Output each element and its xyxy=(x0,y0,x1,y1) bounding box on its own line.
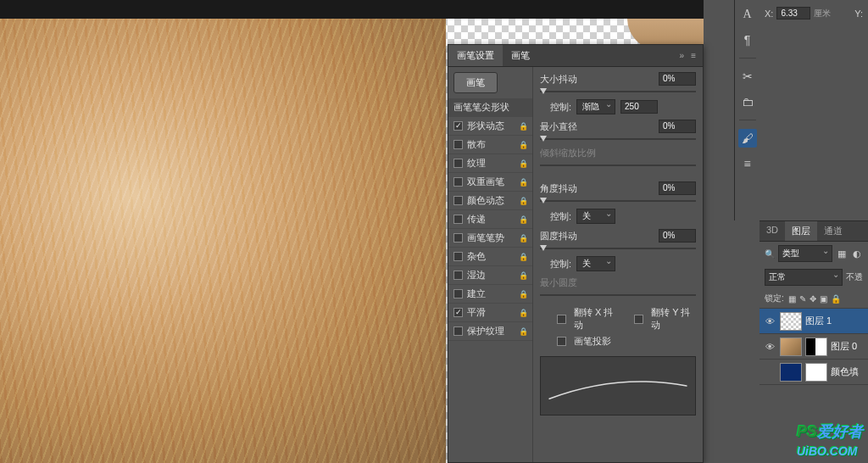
panel-collapse-icon[interactable]: » xyxy=(680,51,685,60)
canvas-image[interactable] xyxy=(0,19,446,463)
layer-thumbnail[interactable] xyxy=(780,312,802,331)
checkbox-icon[interactable] xyxy=(453,140,463,149)
option-color-dynamics[interactable]: 颜色动态🔒 xyxy=(448,192,532,210)
checkbox-icon[interactable] xyxy=(453,326,463,336)
lock-artboard-icon[interactable]: ▣ xyxy=(820,294,827,304)
angle-jitter-value[interactable]: 0% xyxy=(659,181,696,195)
checkbox-icon[interactable] xyxy=(453,271,463,280)
checkbox-icon[interactable] xyxy=(453,308,463,317)
checkbox-icon[interactable] xyxy=(453,177,463,187)
roundness-jitter-value[interactable]: 0% xyxy=(659,229,696,243)
control1-select[interactable]: 渐隐 xyxy=(576,99,615,114)
visibility-toggle[interactable]: 👁 xyxy=(763,342,776,352)
control3-label: 控制: xyxy=(550,258,571,271)
visibility-toggle[interactable]: 👁 xyxy=(763,316,776,326)
checkbox-icon[interactable] xyxy=(453,252,463,261)
tab-brushes[interactable]: 画笔 xyxy=(503,45,538,66)
size-jitter-slider[interactable] xyxy=(540,87,696,96)
option-brush-pose[interactable]: 画笔笔势🔒 xyxy=(448,229,532,248)
layer-thumbnail[interactable] xyxy=(780,337,802,356)
lock-icon[interactable]: 🔒 xyxy=(519,253,527,261)
option-dual-brush[interactable]: 双重画笔🔒 xyxy=(448,173,532,192)
x-value[interactable]: 6.33 xyxy=(776,7,810,20)
lock-icon[interactable]: 🔒 xyxy=(519,141,527,149)
brush-panel-icon[interactable]: 🖌 xyxy=(738,129,757,148)
layer-item[interactable]: 颜色填 xyxy=(760,360,868,385)
option-texture[interactable]: 纹理🔒 xyxy=(448,154,532,173)
flip-y-checkbox[interactable] xyxy=(634,315,643,324)
layer-mask-thumbnail[interactable] xyxy=(805,337,827,356)
character-panel-icon[interactable]: A xyxy=(738,5,757,24)
control3-select[interactable]: 关 xyxy=(576,256,615,271)
layer-name[interactable]: 图层 1 xyxy=(805,315,832,327)
brush-settings-panel: 画笔设置 画笔 » ≡ 画笔 画笔笔尖形状 形状动态🔒 散布🔒 纹理🔒 双重画笔… xyxy=(448,44,704,463)
flip-x-checkbox[interactable] xyxy=(557,315,566,324)
size-jitter-value[interactable]: 0% xyxy=(659,72,696,86)
search-icon[interactable]: 🔍 xyxy=(765,249,775,259)
brush-preset-button[interactable]: 画笔 xyxy=(453,72,498,93)
paragraph-panel-icon[interactable]: ¶ xyxy=(738,31,757,49)
tab-brush-settings[interactable]: 画笔设置 xyxy=(448,45,503,66)
layer-name[interactable]: 颜色填 xyxy=(831,365,859,378)
tab-layers[interactable]: 图层 xyxy=(785,221,817,241)
checkbox-icon[interactable] xyxy=(453,233,463,243)
x-unit: 厘米 xyxy=(814,8,831,20)
lock-icon[interactable]: 🔒 xyxy=(519,159,527,168)
layer-name[interactable]: 图层 0 xyxy=(831,340,857,353)
option-noise[interactable]: 杂色🔒 xyxy=(448,248,532,266)
brush-tip-shape-heading[interactable]: 画笔笔尖形状 xyxy=(448,98,532,117)
angle-jitter-slider[interactable] xyxy=(540,197,696,205)
lock-label: 锁定: xyxy=(765,293,784,304)
panel-menu-icon[interactable]: ≡ xyxy=(691,51,696,60)
lock-icon[interactable]: 🔒 xyxy=(519,122,527,131)
flip-x-label: 翻转 X 抖动 xyxy=(574,306,619,332)
lock-brush-icon[interactable]: ✎ xyxy=(799,294,806,304)
scissors-icon[interactable]: ✂ xyxy=(738,67,757,86)
min-diameter-label: 最小直径 xyxy=(540,120,659,133)
checkbox-icon[interactable] xyxy=(453,196,463,205)
lock-icon[interactable]: 🔒 xyxy=(519,215,527,224)
option-transfer[interactable]: 传递🔒 xyxy=(448,210,532,229)
lock-icon[interactable]: 🔒 xyxy=(519,309,527,317)
lock-icon[interactable]: 🔒 xyxy=(519,178,527,187)
control2-select[interactable]: 关 xyxy=(576,209,615,224)
layer-item[interactable]: 👁 图层 0 xyxy=(760,334,868,360)
min-diameter-value[interactable]: 0% xyxy=(659,120,696,133)
filter-image-icon[interactable]: ▦ xyxy=(836,248,848,259)
lock-position-icon[interactable]: ✥ xyxy=(810,294,816,304)
checkbox-icon[interactable] xyxy=(453,215,463,224)
checkbox-icon[interactable] xyxy=(453,159,463,168)
control1-value[interactable]: 250 xyxy=(620,100,658,114)
filter-adjust-icon[interactable]: ◐ xyxy=(851,248,863,259)
option-smoothing[interactable]: 平滑🔒 xyxy=(448,304,532,322)
option-scattering[interactable]: 散布🔒 xyxy=(448,136,532,154)
option-shape-dynamics[interactable]: 形状动态🔒 xyxy=(448,117,532,136)
option-wet-edges[interactable]: 湿边🔒 xyxy=(448,266,532,285)
option-protect-texture[interactable]: 保护纹理🔒 xyxy=(448,322,532,341)
app-top-bar xyxy=(0,0,704,19)
brush-tip-shape-label: 画笔笔尖形状 xyxy=(453,101,527,114)
tilt-scale-label: 倾斜缩放比例 xyxy=(540,147,696,159)
folder-icon[interactable]: 🗀 xyxy=(738,92,757,111)
lock-icon[interactable]: 🔒 xyxy=(519,234,527,243)
option-build-up[interactable]: 建立🔒 xyxy=(448,285,532,304)
blend-mode-select[interactable]: 正常 xyxy=(765,269,843,286)
checkbox-icon[interactable] xyxy=(453,121,463,131)
tab-3d[interactable]: 3D xyxy=(760,221,785,241)
projection-checkbox[interactable] xyxy=(557,337,566,346)
lock-icon[interactable]: 🔒 xyxy=(519,290,527,298)
lock-icon[interactable]: 🔒 xyxy=(519,271,527,280)
lock-pixels-icon[interactable]: ▦ xyxy=(788,294,796,304)
layer-thumbnail[interactable] xyxy=(780,363,802,382)
lock-icon[interactable]: 🔒 xyxy=(519,327,527,336)
lock-all-icon[interactable]: 🔒 xyxy=(831,294,841,304)
roundness-jitter-slider[interactable] xyxy=(540,244,696,253)
tab-channels[interactable]: 通道 xyxy=(817,221,849,241)
layer-mask-thumbnail[interactable] xyxy=(805,363,827,382)
checkbox-icon[interactable] xyxy=(453,289,463,298)
adjustments-icon[interactable]: ≡ xyxy=(738,154,757,173)
layer-filter-select[interactable]: 类型 xyxy=(778,245,832,262)
min-diameter-slider[interactable] xyxy=(540,135,696,143)
layer-item[interactable]: 👁 图层 1 xyxy=(760,309,868,334)
lock-icon[interactable]: 🔒 xyxy=(519,197,527,205)
